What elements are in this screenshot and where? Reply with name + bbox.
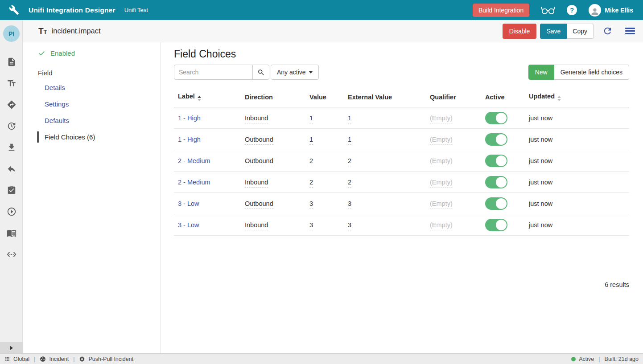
expand-arrow-icon <box>10 346 13 350</box>
environment-name: Unifi Test <box>124 7 148 13</box>
menu-icon[interactable] <box>625 26 635 36</box>
active-toggle[interactable] <box>485 219 507 231</box>
refresh-icon[interactable] <box>602 26 613 36</box>
direction-cell[interactable]: Outbound <box>245 200 273 209</box>
search-icon <box>257 69 265 76</box>
history-icon[interactable] <box>7 121 16 131</box>
external-value-cell[interactable]: 2 <box>348 157 351 166</box>
qualifier-cell[interactable]: (Empty) <box>430 179 453 188</box>
value-cell[interactable]: 1 <box>309 136 313 145</box>
active-filter-dropdown[interactable]: Any active <box>271 65 319 80</box>
qualifier-cell[interactable]: (Empty) <box>430 115 453 123</box>
label-link[interactable]: 1 - High <box>178 136 201 143</box>
integration-avatar[interactable]: PI <box>3 25 20 42</box>
qualifier-cell-container: (Empty) <box>426 214 481 236</box>
new-button[interactable]: New <box>528 65 554 80</box>
label-link-container: 2 - Medium <box>174 172 241 193</box>
label-link[interactable]: 3 - Low <box>178 200 199 207</box>
external-value-cell[interactable]: 3 <box>348 200 351 209</box>
nav-item-details[interactable]: Details <box>23 82 161 93</box>
user-menu[interactable]: Mike Ellis <box>589 4 633 16</box>
nav-item-defaults[interactable]: Defaults <box>23 115 161 126</box>
field-type-icon: T T <box>38 26 47 36</box>
icon-sidebar: PI <box>0 20 23 353</box>
value-cell[interactable]: 2 <box>309 179 313 188</box>
value-cell-container: 1 <box>305 107 344 129</box>
direction-cell[interactable]: Inbound <box>245 221 268 230</box>
qualifier-cell[interactable]: (Empty) <box>430 221 453 230</box>
active-toggle[interactable] <box>485 133 507 146</box>
scope-label[interactable]: Global <box>13 356 29 362</box>
directions-icon[interactable] <box>7 100 16 110</box>
active-toggle[interactable] <box>485 112 507 124</box>
qualifier-cell[interactable]: (Empty) <box>430 136 453 145</box>
help-icon[interactable]: ? <box>567 5 577 15</box>
active-toggle[interactable] <box>485 197 507 210</box>
active-toggle[interactable] <box>485 176 507 188</box>
updated-cell: just now <box>525 129 629 150</box>
value-cell[interactable]: 1 <box>309 115 313 123</box>
search-input[interactable] <box>174 65 253 80</box>
save-button[interactable]: Save <box>540 24 567 39</box>
direction-cell[interactable]: Outbound <box>245 136 273 145</box>
preview-glasses-icon[interactable] <box>541 5 555 15</box>
external-value-cell-container: 2 <box>344 172 426 193</box>
external-value-cell-container: 2 <box>344 150 426 172</box>
reply-icon[interactable] <box>7 164 16 174</box>
external-value-cell[interactable]: 3 <box>348 221 351 230</box>
code-icon[interactable] <box>7 249 16 259</box>
application-label[interactable]: Incident <box>49 356 69 362</box>
nav-item-settings[interactable]: Settings <box>23 98 161 110</box>
table-row: 3 - LowInbound33(Empty)just now <box>174 214 629 236</box>
label-link[interactable]: 1 - High <box>178 115 201 122</box>
user-avatar-icon <box>589 4 601 16</box>
column-header-direction: Direction <box>241 87 305 107</box>
record-title: incident.impact <box>52 27 101 35</box>
generate-field-choices-button[interactable]: Generate field choices <box>554 65 629 80</box>
document-icon[interactable] <box>7 57 16 67</box>
disable-button[interactable]: Disable <box>503 24 537 39</box>
value-cell[interactable]: 3 <box>309 221 313 230</box>
value-cell[interactable]: 2 <box>309 157 313 166</box>
qualifier-cell-container: (Empty) <box>426 129 481 150</box>
value-cell[interactable]: 3 <box>309 200 313 209</box>
label-link[interactable]: 2 - Medium <box>178 157 210 164</box>
tasks-icon[interactable] <box>7 185 16 195</box>
user-name: Mike Ellis <box>605 7 633 14</box>
play-circle-icon[interactable] <box>7 207 16 217</box>
nav-item-field-choices-6[interactable]: Field Choices (6) <box>37 131 161 143</box>
column-header-updated[interactable]: Updated <box>525 87 629 107</box>
sidebar-expand-button[interactable] <box>0 342 22 353</box>
copy-button[interactable]: Copy <box>567 24 594 39</box>
book-icon[interactable] <box>7 228 16 238</box>
external-value-cell-container: 1 <box>344 107 426 129</box>
active-toggle[interactable] <box>485 155 507 167</box>
enabled-status[interactable]: Enabled <box>38 49 161 57</box>
updated-cell: just now <box>525 214 629 236</box>
text-fields-icon[interactable] <box>7 78 16 88</box>
download-icon[interactable] <box>7 143 16 152</box>
direction-cell[interactable]: Inbound <box>245 115 268 123</box>
search-button[interactable] <box>253 65 269 80</box>
table-row: 3 - LowOutbound33(Empty)just now <box>174 193 629 214</box>
value-cell-container: 1 <box>305 129 344 150</box>
build-integration-button[interactable]: Build Integration <box>473 4 529 17</box>
direction-cell[interactable]: Outbound <box>245 157 273 166</box>
sort-icon <box>198 96 201 101</box>
external-value-cell[interactable]: 1 <box>348 136 351 145</box>
integration-label[interactable]: Push-Pull Incident <box>88 356 133 362</box>
value-cell-container: 2 <box>305 172 344 193</box>
qualifier-cell[interactable]: (Empty) <box>430 200 453 209</box>
external-value-cell[interactable]: 2 <box>348 179 351 188</box>
built-label: Built: 21d ago <box>605 356 639 362</box>
external-value-cell-container: 1 <box>344 129 426 150</box>
table-row: 2 - MediumOutbound22(Empty)just now <box>174 150 629 172</box>
external-value-cell[interactable]: 1 <box>348 115 351 123</box>
label-link[interactable]: 2 - Medium <box>178 179 210 186</box>
qualifier-cell[interactable]: (Empty) <box>430 157 453 166</box>
direction-cell[interactable]: Inbound <box>245 179 268 188</box>
direction-cell-container: Outbound <box>241 150 305 172</box>
label-link[interactable]: 3 - Low <box>178 221 199 229</box>
qualifier-cell-container: (Empty) <box>426 150 481 172</box>
column-header-label[interactable]: Label <box>174 87 241 107</box>
